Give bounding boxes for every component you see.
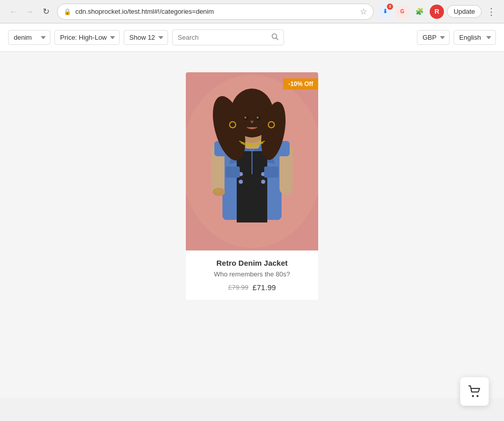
nav-buttons: ← → ↻ xyxy=(6,5,53,19)
currency-select[interactable]: GBPUSDEUR xyxy=(417,30,450,45)
cart-icon xyxy=(468,385,481,398)
google-extension-icon[interactable]: G xyxy=(395,5,409,19)
svg-point-35 xyxy=(477,395,479,397)
price-select[interactable]: Price: High-LowPrice: Low-High xyxy=(54,30,120,45)
browser-menu-icon[interactable]: ⋮ xyxy=(485,5,498,18)
bookmark-icon[interactable]: ☆ xyxy=(360,7,367,16)
sale-price: £71.99 xyxy=(253,283,276,292)
product-info: Retro Denim Jacket Who remembers the 80s… xyxy=(186,250,318,300)
browser-chrome: ← → ↻ 🔒 cdn.shoprocket.io/test.html#!/ca… xyxy=(0,0,504,23)
refresh-button[interactable]: ↻ xyxy=(39,5,53,19)
products-grid: -10% Off xyxy=(10,72,494,300)
url-text: cdn.shoprocket.io/test.html#!/categories… xyxy=(75,8,356,15)
browser-actions: ⬇ 3 G 🧩 R Update ⋮ xyxy=(378,5,498,19)
cart-button[interactable] xyxy=(460,377,489,406)
product-image xyxy=(186,72,318,250)
lock-icon: 🔒 xyxy=(64,8,71,15)
forward-button[interactable]: → xyxy=(22,5,37,19)
profile-avatar[interactable]: R xyxy=(430,5,444,19)
search-input[interactable] xyxy=(178,34,268,41)
refresh-icon: ↻ xyxy=(43,7,49,16)
svg-point-34 xyxy=(472,395,474,397)
back-icon: ← xyxy=(9,7,17,16)
page-content: -10% Off xyxy=(0,52,504,398)
language-select[interactable]: EnglishFrenchSpanish xyxy=(454,30,496,45)
category-select[interactable]: denimtopsbottomsshoes xyxy=(8,30,50,45)
product-prices: £79.99 £71.99 xyxy=(194,283,310,292)
product-card[interactable]: -10% Off xyxy=(186,72,318,300)
svg-rect-29 xyxy=(226,166,240,178)
ext-badge: 3 xyxy=(387,4,393,10)
svg-point-28 xyxy=(261,180,265,184)
back-button[interactable]: ← xyxy=(6,5,20,19)
discount-badge: -10% Off xyxy=(283,78,318,90)
svg-line-1 xyxy=(276,38,278,40)
download-extension-icon[interactable]: ⬇ 3 xyxy=(378,5,392,19)
svg-point-18 xyxy=(233,93,271,121)
address-bar[interactable]: 🔒 cdn.shoprocket.io/test.html#!/categori… xyxy=(57,4,374,20)
product-image-wrapper: -10% Off xyxy=(186,72,318,250)
extensions-icon[interactable]: 🧩 xyxy=(412,5,427,19)
filter-toolbar: denimtopsbottomsshoes Price: High-LowPri… xyxy=(0,23,504,52)
show-select[interactable]: Show 12Show 24Show 48 xyxy=(124,30,168,45)
svg-rect-30 xyxy=(264,166,278,178)
search-wrapper[interactable] xyxy=(172,30,284,45)
search-icon xyxy=(271,33,278,42)
original-price: £79.99 xyxy=(228,284,248,291)
puzzle-icon: 🧩 xyxy=(415,8,424,15)
product-description: Who remembers the 80s? xyxy=(194,270,310,278)
svg-point-21 xyxy=(244,117,246,119)
svg-point-22 xyxy=(257,117,259,119)
forward-icon: → xyxy=(25,7,34,16)
product-name: Retro Denim Jacket xyxy=(194,259,310,267)
update-button[interactable]: Update xyxy=(447,5,482,18)
svg-point-26 xyxy=(239,180,243,184)
